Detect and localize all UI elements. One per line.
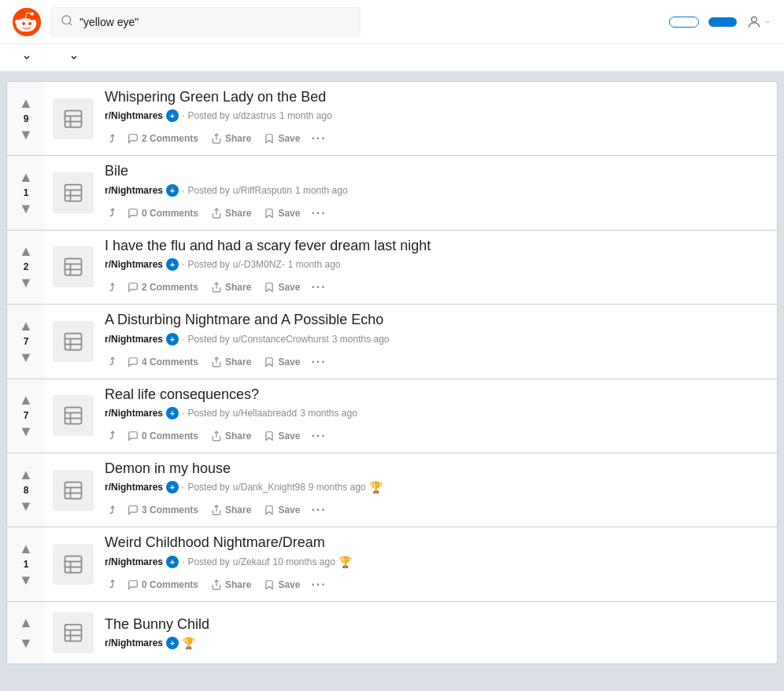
post-title[interactable]: Weird Childhood Nightmare/Dream — [105, 534, 771, 552]
join-subreddit-button[interactable]: + — [166, 109, 179, 122]
subreddit-name[interactable]: r/Nightmares — [105, 408, 163, 419]
upvote-button[interactable]: ▲ — [19, 541, 33, 556]
join-subreddit-button[interactable]: + — [166, 637, 179, 649]
downvote-button[interactable]: ▼ — [19, 424, 33, 438]
join-subreddit-button[interactable]: + — [166, 184, 179, 197]
comment-icon — [128, 504, 139, 515]
crosspost-icon: ⤴ — [109, 282, 115, 294]
share-button[interactable]: Share — [206, 205, 256, 222]
post-author[interactable]: u/Dank_Knight98 — [233, 482, 305, 493]
search-input[interactable] — [80, 16, 350, 28]
upvote-button[interactable]: ▲ — [19, 615, 33, 630]
signup-button[interactable] — [708, 17, 737, 27]
join-subreddit-button[interactable]: + — [166, 556, 179, 568]
comments-button[interactable]: 3 Comments — [123, 501, 203, 519]
crosspost-button[interactable]: ⤴ — [105, 130, 120, 148]
save-button[interactable]: Save — [259, 279, 305, 296]
downvote-button[interactable]: ▼ — [19, 499, 33, 513]
downvote-button[interactable]: ▼ — [19, 636, 33, 650]
crosspost-button[interactable]: ⤴ — [105, 279, 120, 297]
subreddit-name[interactable]: r/Nightmares — [105, 185, 163, 196]
login-button[interactable] — [669, 17, 699, 28]
svg-rect-34 — [65, 556, 82, 573]
downvote-button[interactable]: ▼ — [19, 127, 33, 142]
share-button[interactable]: Share — [206, 130, 256, 147]
comments-button[interactable]: 0 Comments — [123, 576, 203, 593]
share-button[interactable]: Share — [206, 501, 256, 519]
post-author[interactable]: u/Hellaabreadd — [233, 408, 297, 419]
downvote-button[interactable]: ▼ — [19, 350, 33, 364]
share-button[interactable]: Share — [206, 427, 256, 445]
upvote-button[interactable]: ▲ — [19, 96, 33, 110]
post-title[interactable]: Whispering Green Lady on the Bed — [105, 88, 771, 106]
save-label: Save — [278, 208, 300, 219]
more-options-button[interactable]: ··· — [308, 426, 329, 446]
comments-count: 0 Comments — [142, 579, 198, 590]
crosspost-button[interactable]: ⤴ — [105, 427, 120, 445]
post-author[interactable]: u/-D3M0NZ- — [233, 259, 285, 270]
post-content: A Disturbing Nightmare and A Possible Ec… — [102, 305, 777, 378]
upvote-button[interactable]: ▲ — [19, 467, 33, 482]
subreddit-name[interactable]: r/Nightmares — [105, 637, 163, 649]
share-button[interactable]: Share — [206, 279, 256, 296]
share-button[interactable]: Share — [206, 353, 256, 371]
comments-button[interactable]: 4 Comments — [123, 353, 203, 371]
save-button[interactable]: Save — [259, 501, 305, 519]
post-title[interactable]: Real life consequences? — [105, 386, 771, 404]
join-subreddit-button[interactable]: + — [166, 407, 179, 419]
more-options-button[interactable]: ··· — [308, 128, 329, 149]
upvote-button[interactable]: ▲ — [19, 170, 33, 184]
upvote-button[interactable]: ▲ — [19, 244, 33, 258]
save-button[interactable]: Save — [259, 130, 305, 147]
comments-button[interactable]: 2 Comments — [123, 279, 203, 296]
save-button[interactable]: Save — [259, 353, 305, 371]
post-title[interactable]: I have the flu and had a scary fever dre… — [105, 237, 771, 255]
save-button[interactable]: Save — [259, 205, 305, 222]
subreddit-name[interactable]: r/Nightmares — [105, 110, 163, 121]
vote-count: 1 — [24, 559, 29, 570]
post-author[interactable]: u/RiffRasputin — [233, 185, 292, 196]
reddit-logo[interactable] — [13, 8, 41, 36]
post-title[interactable]: A Disturbing Nightmare and A Possible Ec… — [105, 311, 771, 329]
subreddit-name[interactable]: r/Nightmares — [105, 259, 163, 270]
more-options-button[interactable]: ··· — [308, 277, 329, 297]
save-button[interactable]: Save — [259, 427, 305, 445]
downvote-button[interactable]: ▼ — [19, 275, 33, 290]
share-button[interactable]: Share — [206, 576, 256, 593]
post-author[interactable]: u/ConstanceCrowhurst — [233, 334, 329, 345]
comments-button[interactable]: 0 Comments — [123, 205, 203, 222]
downvote-button[interactable]: ▼ — [19, 201, 33, 216]
user-menu[interactable] — [746, 9, 771, 35]
subreddit-name[interactable]: r/Nightmares — [105, 482, 163, 493]
subreddit-name[interactable]: r/Nightmares — [105, 556, 163, 567]
more-options-button[interactable]: ··· — [308, 352, 329, 372]
post-item: ▲ 7 ▼ Real life consequences? r/Nightmar… — [6, 379, 778, 453]
upvote-button[interactable]: ▲ — [19, 393, 33, 407]
crosspost-button[interactable]: ⤴ — [105, 353, 120, 371]
thumbnail-column — [45, 379, 102, 453]
join-subreddit-button[interactable]: + — [166, 481, 179, 493]
crosspost-button[interactable]: ⤴ — [105, 575, 120, 593]
downvote-button[interactable]: ▼ — [19, 573, 33, 587]
posted-by-label: Posted by — [187, 259, 229, 270]
sort-relevance-button[interactable] — [19, 53, 31, 62]
more-options-button[interactable]: ··· — [308, 575, 329, 595]
post-author[interactable]: u/dzastrus — [233, 110, 276, 121]
subreddit-name[interactable]: r/Nightmares — [105, 334, 163, 345]
crosspost-button[interactable]: ⤴ — [105, 204, 120, 222]
join-subreddit-button[interactable]: + — [166, 258, 179, 271]
more-options-button[interactable]: ··· — [308, 500, 329, 520]
posts-from-button[interactable] — [66, 53, 79, 62]
crosspost-button[interactable]: ⤴ — [105, 501, 120, 519]
thumbnail-column — [45, 453, 102, 527]
post-title[interactable]: Demon in my house — [105, 460, 771, 478]
comments-button[interactable]: 2 Comments — [123, 130, 203, 147]
upvote-button[interactable]: ▲ — [19, 319, 33, 333]
post-author[interactable]: u/Zekauf — [233, 556, 270, 567]
join-subreddit-button[interactable]: + — [166, 333, 179, 346]
comments-button[interactable]: 0 Comments — [123, 427, 203, 445]
post-title[interactable]: The Bunny Child — [105, 615, 771, 634]
post-title[interactable]: Bile — [105, 162, 771, 180]
save-button[interactable]: Save — [259, 576, 305, 593]
more-options-button[interactable]: ··· — [308, 203, 329, 224]
